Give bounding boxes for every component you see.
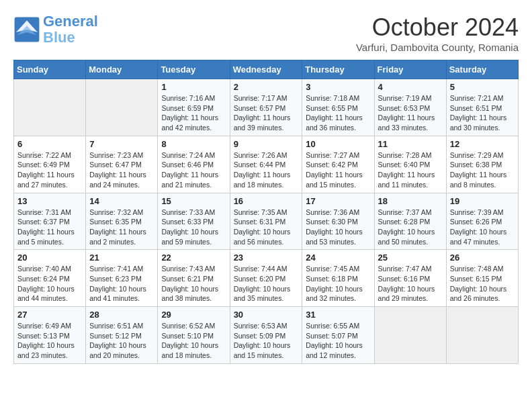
daylight-label: Daylight: 11 hours and 8 minutes.: [450, 171, 507, 189]
calendar-cell: 14 Sunrise: 7:32 AM Sunset: 6:35 PM Dayl…: [86, 193, 158, 250]
calendar-week-3: 13 Sunrise: 7:31 AM Sunset: 6:37 PM Dayl…: [14, 193, 519, 250]
sunrise-label: Sunrise: 7:26 AM: [234, 151, 287, 159]
sunrise-label: Sunrise: 7:37 AM: [378, 208, 432, 216]
day-number: 21: [89, 253, 154, 263]
cell-content: Sunrise: 7:19 AM Sunset: 6:53 PM Dayligh…: [378, 93, 443, 133]
day-number: 6: [17, 139, 82, 149]
day-number: 9: [234, 139, 299, 149]
daylight-label: Daylight: 11 hours and 30 minutes.: [450, 113, 507, 132]
sunset-label: Sunset: 6:23 PM: [89, 275, 142, 283]
daylight-label: Daylight: 10 hours and 23 minutes.: [17, 341, 75, 359]
calendar-cell: 28 Sunrise: 6:51 AM Sunset: 5:12 PM Dayl…: [86, 307, 158, 364]
sunrise-label: Sunrise: 7:28 AM: [378, 151, 432, 159]
calendar-cell: 21 Sunrise: 7:41 AM Sunset: 6:23 PM Dayl…: [86, 250, 158, 307]
daylight-label: Daylight: 11 hours and 39 minutes.: [234, 113, 291, 132]
sunrise-label: Sunrise: 7:16 AM: [161, 94, 215, 102]
day-number: 29: [161, 310, 226, 320]
sunrise-label: Sunrise: 7:36 AM: [306, 208, 359, 216]
daylight-label: Daylight: 11 hours and 11 minutes.: [378, 171, 435, 189]
sunset-label: Sunset: 5:13 PM: [17, 332, 70, 340]
calendar-cell: [14, 79, 86, 136]
day-number: 14: [89, 196, 154, 206]
sunrise-label: Sunrise: 6:55 AM: [306, 322, 359, 330]
calendar-cell: 6 Sunrise: 7:22 AM Sunset: 6:49 PM Dayli…: [14, 136, 86, 193]
day-number: 13: [17, 196, 82, 206]
daylight-label: Daylight: 10 hours and 29 minutes.: [378, 285, 435, 303]
day-number: 17: [306, 196, 370, 206]
sunset-label: Sunset: 6:55 PM: [306, 104, 358, 112]
sunrise-label: Sunrise: 7:48 AM: [450, 265, 504, 273]
cell-content: Sunrise: 7:22 AM Sunset: 6:49 PM Dayligh…: [17, 150, 82, 190]
sunset-label: Sunset: 6:21 PM: [161, 275, 214, 283]
day-number: 31: [306, 310, 370, 320]
calendar-cell: 29 Sunrise: 6:52 AM Sunset: 5:10 PM Dayl…: [158, 307, 230, 364]
sunrise-label: Sunrise: 7:29 AM: [450, 151, 504, 159]
day-number: 28: [89, 310, 154, 320]
sunrise-label: Sunrise: 7:24 AM: [161, 151, 215, 159]
daylight-label: Daylight: 11 hours and 18 minutes.: [234, 171, 291, 189]
cell-content: Sunrise: 7:21 AM Sunset: 6:51 PM Dayligh…: [450, 93, 515, 133]
calendar-cell: 26 Sunrise: 7:48 AM Sunset: 6:15 PM Dayl…: [446, 250, 518, 307]
daylight-label: Daylight: 11 hours and 5 minutes.: [17, 228, 75, 246]
cell-content: Sunrise: 6:49 AM Sunset: 5:13 PM Dayligh…: [17, 321, 82, 361]
sunset-label: Sunset: 6:59 PM: [161, 104, 214, 112]
sunset-label: Sunset: 6:15 PM: [450, 275, 502, 283]
day-number: 3: [306, 82, 370, 92]
sunrise-label: Sunrise: 6:53 AM: [234, 322, 287, 330]
daylight-label: Daylight: 11 hours and 2 minutes.: [89, 228, 146, 246]
header-sunday: Sunday: [14, 60, 86, 79]
daylight-label: Daylight: 11 hours and 21 minutes.: [161, 171, 218, 189]
cell-content: Sunrise: 7:32 AM Sunset: 6:35 PM Dayligh…: [89, 208, 154, 247]
cell-content: Sunrise: 7:43 AM Sunset: 6:21 PM Dayligh…: [161, 264, 226, 304]
day-number: 11: [378, 139, 443, 149]
day-number: 22: [161, 253, 226, 263]
day-number: 18: [378, 196, 443, 206]
header-wednesday: Wednesday: [230, 60, 302, 79]
sunset-label: Sunset: 5:07 PM: [306, 332, 358, 340]
sunset-label: Sunset: 6:16 PM: [378, 275, 431, 283]
sunset-label: Sunset: 6:28 PM: [378, 218, 431, 226]
day-number: 1: [161, 82, 226, 92]
calendar-header-row: SundayMondayTuesdayWednesdayThursdayFrid…: [14, 60, 519, 79]
sunrise-label: Sunrise: 7:45 AM: [306, 265, 359, 273]
day-number: 26: [450, 253, 515, 263]
calendar-cell: 31 Sunrise: 6:55 AM Sunset: 5:07 PM Dayl…: [302, 307, 374, 364]
day-number: 19: [450, 196, 515, 206]
calendar-cell: [374, 307, 446, 364]
sunset-label: Sunset: 6:42 PM: [306, 161, 358, 169]
calendar-cell: 15 Sunrise: 7:33 AM Sunset: 6:33 PM Dayl…: [158, 193, 230, 250]
calendar-cell: 13 Sunrise: 7:31 AM Sunset: 6:37 PM Dayl…: [14, 193, 86, 250]
calendar-cell: 17 Sunrise: 7:36 AM Sunset: 6:30 PM Dayl…: [302, 193, 374, 250]
calendar-cell: 25 Sunrise: 7:47 AM Sunset: 6:16 PM Dayl…: [374, 250, 446, 307]
cell-content: Sunrise: 7:39 AM Sunset: 6:26 PM Dayligh…: [450, 208, 515, 247]
day-number: 15: [161, 196, 226, 206]
calendar-table: SundayMondayTuesdayWednesdayThursdayFrid…: [13, 60, 519, 364]
calendar-cell: 20 Sunrise: 7:40 AM Sunset: 6:24 PM Dayl…: [14, 250, 86, 307]
subtitle: Varfuri, Dambovita County, Romania: [356, 42, 519, 53]
sunset-label: Sunset: 6:18 PM: [306, 275, 358, 283]
day-number: 30: [234, 310, 299, 320]
calendar-cell: 23 Sunrise: 7:44 AM Sunset: 6:20 PM Dayl…: [230, 250, 302, 307]
cell-content: Sunrise: 7:47 AM Sunset: 6:16 PM Dayligh…: [378, 264, 443, 304]
sunrise-label: Sunrise: 7:18 AM: [306, 94, 359, 102]
day-number: 5: [450, 82, 515, 92]
calendar-cell: 10 Sunrise: 7:27 AM Sunset: 6:42 PM Dayl…: [302, 136, 374, 193]
sunrise-label: Sunrise: 7:35 AM: [234, 208, 287, 216]
calendar-week-5: 27 Sunrise: 6:49 AM Sunset: 5:13 PM Dayl…: [14, 307, 519, 364]
day-number: 8: [161, 139, 226, 149]
cell-content: Sunrise: 7:26 AM Sunset: 6:44 PM Dayligh…: [234, 150, 299, 190]
logo: General Blue: [13, 13, 98, 46]
cell-content: Sunrise: 7:18 AM Sunset: 6:55 PM Dayligh…: [306, 93, 370, 133]
sunrise-label: Sunrise: 7:39 AM: [450, 208, 504, 216]
calendar-cell: 19 Sunrise: 7:39 AM Sunset: 6:26 PM Dayl…: [446, 193, 518, 250]
calendar-cell: 8 Sunrise: 7:24 AM Sunset: 6:46 PM Dayli…: [158, 136, 230, 193]
calendar-cell: 3 Sunrise: 7:18 AM Sunset: 6:55 PM Dayli…: [302, 79, 374, 136]
daylight-label: Daylight: 11 hours and 15 minutes.: [306, 171, 363, 189]
daylight-label: Daylight: 10 hours and 41 minutes.: [89, 285, 146, 303]
header-friday: Friday: [374, 60, 446, 79]
day-number: 16: [234, 196, 299, 206]
daylight-label: Daylight: 10 hours and 53 minutes.: [306, 228, 363, 246]
day-number: 2: [234, 82, 299, 92]
sunset-label: Sunset: 6:38 PM: [450, 161, 502, 169]
sunset-label: Sunset: 6:26 PM: [450, 218, 502, 226]
